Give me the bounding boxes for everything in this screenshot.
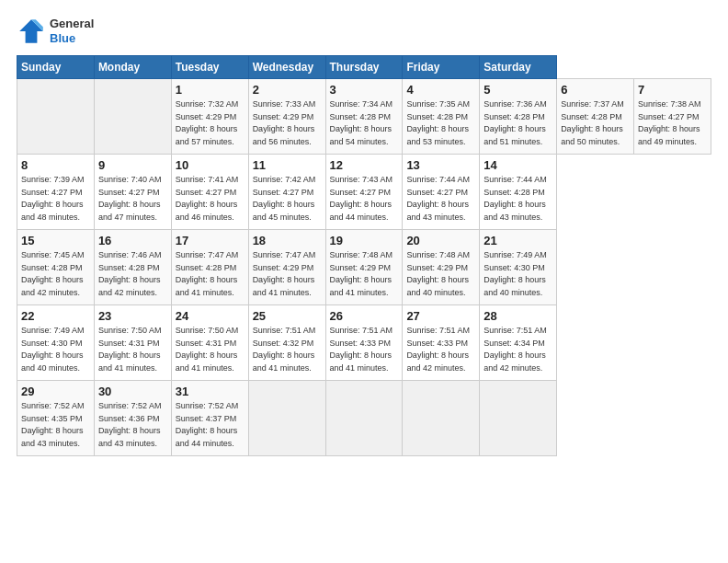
day-info: Sunrise: 7:51 AM Sunset: 4:33 PM Dayligh… (406, 325, 475, 374)
day-number: 28 (483, 309, 552, 323)
day-number: 29 (21, 385, 90, 398)
day-info: Sunrise: 7:38 AM Sunset: 4:27 PM Dayligh… (638, 98, 707, 148)
calendar-cell: 24 Sunrise: 7:50 AM Sunset: 4:31 PM Dayl… (171, 305, 248, 381)
day-number: 11 (253, 158, 322, 172)
calendar-cell: 4 Sunrise: 7:35 AM Sunset: 4:28 PM Dayli… (403, 79, 480, 155)
day-number: 7 (638, 83, 707, 97)
day-info: Sunrise: 7:48 AM Sunset: 4:29 PM Dayligh… (406, 249, 475, 299)
calendar-table: SundayMondayTuesdayWednesdayThursdayFrid… (17, 55, 711, 456)
day-number: 27 (406, 309, 475, 323)
calendar-cell: 13 Sunrise: 7:44 AM Sunset: 4:27 PM Dayl… (403, 155, 480, 230)
day-info: Sunrise: 7:42 AM Sunset: 4:27 PM Dayligh… (253, 174, 322, 224)
calendar-cell: 21 Sunrise: 7:49 AM Sunset: 4:30 PM Dayl… (480, 230, 557, 305)
calendar-cell: 26 Sunrise: 7:51 AM Sunset: 4:33 PM Dayl… (325, 305, 403, 381)
calendar-cell (325, 381, 403, 456)
day-number: 18 (253, 234, 322, 247)
day-info: Sunrise: 7:49 AM Sunset: 4:30 PM Dayligh… (483, 249, 552, 299)
day-number: 10 (176, 158, 245, 172)
empty-cell (94, 79, 171, 155)
calendar-cell: 20 Sunrise: 7:48 AM Sunset: 4:29 PM Dayl… (403, 230, 480, 305)
calendar-cell: 14 Sunrise: 7:44 AM Sunset: 4:28 PM Dayl… (480, 155, 557, 230)
day-info: Sunrise: 7:44 AM Sunset: 4:28 PM Dayligh… (483, 174, 552, 224)
logo: General Blue (17, 17, 94, 46)
calendar-row: 22 Sunrise: 7:49 AM Sunset: 4:30 PM Dayl… (17, 305, 711, 381)
calendar-cell: 25 Sunrise: 7:51 AM Sunset: 4:32 PM Dayl… (248, 305, 325, 381)
calendar-cell: 30 Sunrise: 7:52 AM Sunset: 4:36 PM Dayl… (94, 381, 171, 456)
day-number: 16 (98, 234, 167, 247)
svg-marker-0 (19, 19, 43, 43)
day-info: Sunrise: 7:47 AM Sunset: 4:28 PM Dayligh… (176, 249, 245, 299)
day-info: Sunrise: 7:52 AM Sunset: 4:36 PM Dayligh… (98, 400, 167, 450)
day-number: 23 (98, 309, 167, 323)
calendar-cell: 11 Sunrise: 7:42 AM Sunset: 4:27 PM Dayl… (248, 155, 325, 230)
day-number: 9 (98, 158, 167, 172)
day-number: 14 (483, 158, 552, 172)
day-info: Sunrise: 7:47 AM Sunset: 4:29 PM Dayligh… (253, 249, 322, 299)
day-info: Sunrise: 7:51 AM Sunset: 4:33 PM Dayligh… (330, 325, 399, 374)
calendar-cell: 18 Sunrise: 7:47 AM Sunset: 4:29 PM Dayl… (248, 230, 325, 305)
col-header-friday: Friday (403, 56, 480, 79)
day-info: Sunrise: 7:48 AM Sunset: 4:29 PM Dayligh… (330, 249, 399, 299)
logo-icon (17, 17, 46, 46)
calendar-cell: 9 Sunrise: 7:40 AM Sunset: 4:27 PM Dayli… (94, 155, 171, 230)
day-info: Sunrise: 7:51 AM Sunset: 4:34 PM Dayligh… (483, 325, 552, 374)
calendar-cell: 29 Sunrise: 7:52 AM Sunset: 4:35 PM Dayl… (17, 381, 95, 456)
day-number: 20 (406, 234, 475, 247)
day-info: Sunrise: 7:36 AM Sunset: 4:28 PM Dayligh… (483, 98, 552, 148)
day-info: Sunrise: 7:50 AM Sunset: 4:31 PM Dayligh… (98, 325, 167, 374)
calendar-cell: 19 Sunrise: 7:48 AM Sunset: 4:29 PM Dayl… (325, 230, 403, 305)
day-number: 13 (406, 158, 475, 172)
calendar-cell: 12 Sunrise: 7:43 AM Sunset: 4:27 PM Dayl… (325, 155, 403, 230)
calendar-cell: 16 Sunrise: 7:46 AM Sunset: 4:28 PM Dayl… (94, 230, 171, 305)
day-info: Sunrise: 7:39 AM Sunset: 4:27 PM Dayligh… (21, 174, 90, 224)
calendar-cell: 5 Sunrise: 7:36 AM Sunset: 4:28 PM Dayli… (480, 79, 557, 155)
calendar-cell: 28 Sunrise: 7:51 AM Sunset: 4:34 PM Dayl… (480, 305, 557, 381)
calendar-cell: 27 Sunrise: 7:51 AM Sunset: 4:33 PM Dayl… (403, 305, 480, 381)
day-number: 30 (98, 385, 167, 398)
col-header-thursday: Thursday (325, 56, 403, 79)
day-number: 24 (176, 309, 245, 323)
calendar-row: 15 Sunrise: 7:45 AM Sunset: 4:28 PM Dayl… (17, 230, 711, 305)
day-info: Sunrise: 7:33 AM Sunset: 4:29 PM Dayligh… (253, 98, 322, 148)
day-number: 5 (483, 83, 552, 97)
calendar-cell (480, 381, 557, 456)
day-number: 15 (21, 234, 90, 247)
calendar-row: 1 Sunrise: 7:32 AM Sunset: 4:29 PM Dayli… (17, 79, 711, 155)
day-info: Sunrise: 7:41 AM Sunset: 4:27 PM Dayligh… (176, 174, 245, 224)
calendar-cell: 1 Sunrise: 7:32 AM Sunset: 4:29 PM Dayli… (171, 79, 248, 155)
day-info: Sunrise: 7:37 AM Sunset: 4:28 PM Dayligh… (561, 98, 630, 148)
page: General Blue SundayMondayTuesdayWednesda… (0, 0, 728, 563)
calendar-cell: 22 Sunrise: 7:49 AM Sunset: 4:30 PM Dayl… (17, 305, 95, 381)
calendar-cell: 23 Sunrise: 7:50 AM Sunset: 4:31 PM Dayl… (94, 305, 171, 381)
day-info: Sunrise: 7:45 AM Sunset: 4:28 PM Dayligh… (21, 249, 90, 299)
day-info: Sunrise: 7:52 AM Sunset: 4:37 PM Dayligh… (176, 400, 245, 450)
day-info: Sunrise: 7:51 AM Sunset: 4:32 PM Dayligh… (253, 325, 322, 374)
col-header-wednesday: Wednesday (248, 56, 325, 79)
calendar-cell: 31 Sunrise: 7:52 AM Sunset: 4:37 PM Dayl… (171, 381, 248, 456)
day-number: 22 (21, 309, 90, 323)
day-number: 4 (406, 83, 475, 97)
day-number: 17 (176, 234, 245, 247)
day-number: 21 (483, 234, 552, 247)
col-header-monday: Monday (94, 56, 171, 79)
col-header-sunday: Sunday (17, 56, 95, 79)
empty-cell (17, 79, 95, 155)
day-number: 19 (330, 234, 399, 247)
day-info: Sunrise: 7:44 AM Sunset: 4:27 PM Dayligh… (406, 174, 475, 224)
day-number: 1 (176, 83, 245, 97)
day-number: 8 (21, 158, 90, 172)
calendar-cell (248, 381, 325, 456)
day-number: 25 (253, 309, 322, 323)
day-info: Sunrise: 7:50 AM Sunset: 4:31 PM Dayligh… (176, 325, 245, 374)
day-info: Sunrise: 7:35 AM Sunset: 4:28 PM Dayligh… (406, 98, 475, 148)
calendar-cell: 2 Sunrise: 7:33 AM Sunset: 4:29 PM Dayli… (248, 79, 325, 155)
day-number: 26 (330, 309, 399, 323)
day-info: Sunrise: 7:32 AM Sunset: 4:29 PM Dayligh… (176, 98, 245, 148)
day-number: 12 (330, 158, 399, 172)
calendar-row: 29 Sunrise: 7:52 AM Sunset: 4:35 PM Dayl… (17, 381, 711, 456)
day-info: Sunrise: 7:46 AM Sunset: 4:28 PM Dayligh… (98, 249, 167, 299)
calendar-cell: 15 Sunrise: 7:45 AM Sunset: 4:28 PM Dayl… (17, 230, 95, 305)
calendar-row: 8 Sunrise: 7:39 AM Sunset: 4:27 PM Dayli… (17, 155, 711, 230)
calendar-body: 1 Sunrise: 7:32 AM Sunset: 4:29 PM Dayli… (17, 79, 711, 456)
calendar-cell: 7 Sunrise: 7:38 AM Sunset: 4:27 PM Dayli… (634, 79, 711, 155)
